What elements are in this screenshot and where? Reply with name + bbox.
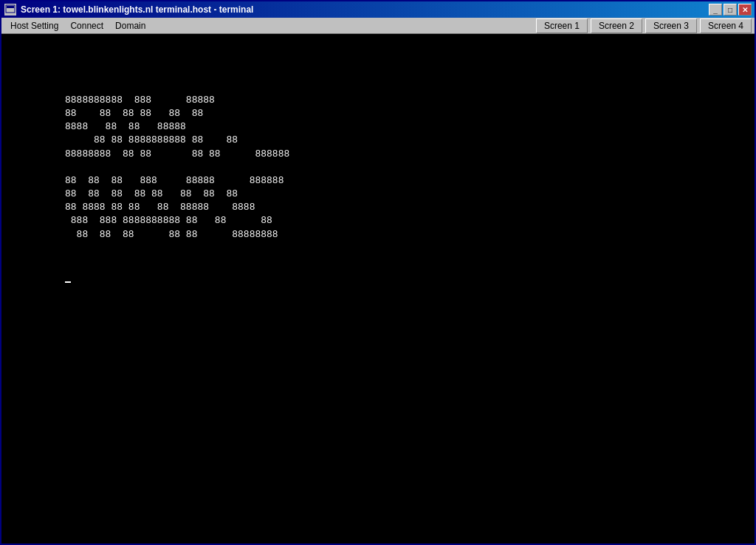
menu-connect[interactable]: Connect (64, 19, 109, 32)
screen-tab-4[interactable]: Screen 4 (700, 18, 752, 33)
screen-tab-2[interactable]: Screen 2 (591, 18, 642, 33)
screen-tabs: Screen 1 Screen 2 Screen 3 Screen 4 (536, 18, 752, 33)
cursor-line (7, 269, 71, 280)
cursor (65, 268, 71, 283)
menu-left: Host Setting Connect Domain (4, 19, 151, 32)
terminal-content: 8888888888 888 88888 88 88 88 88 88 88 8… (1, 34, 755, 544)
svg-rect-2 (7, 6, 14, 8)
window-icon (4, 4, 16, 16)
ascii-art: 8888888888 888 88888 88 88 88 88 88 88 8… (7, 95, 289, 240)
maximize-button[interactable]: □ (724, 4, 737, 16)
menu-host-setting[interactable]: Host Setting (4, 19, 64, 32)
screen-tab-1[interactable]: Screen 1 (536, 18, 588, 33)
menubar: Host Setting Connect Domain Screen 1 Scr… (1, 18, 755, 34)
titlebar: Screen 1: towel.blinkenlights.nl termina… (1, 1, 755, 18)
titlebar-left: Screen 1: towel.blinkenlights.nl termina… (4, 4, 253, 16)
window-title: Screen 1: towel.blinkenlights.nl termina… (21, 4, 253, 15)
main-window: Screen 1: towel.blinkenlights.nl termina… (0, 0, 756, 545)
terminal-area[interactable]: 8888888888 888 88888 88 88 88 88 88 88 8… (1, 34, 755, 544)
minimize-button[interactable]: _ (709, 4, 722, 16)
screen-tab-3[interactable]: Screen 3 (645, 18, 697, 33)
close-button[interactable]: ✕ (738, 4, 752, 16)
menu-domain[interactable]: Domain (109, 19, 151, 32)
titlebar-buttons: _ □ ✕ (709, 4, 752, 16)
